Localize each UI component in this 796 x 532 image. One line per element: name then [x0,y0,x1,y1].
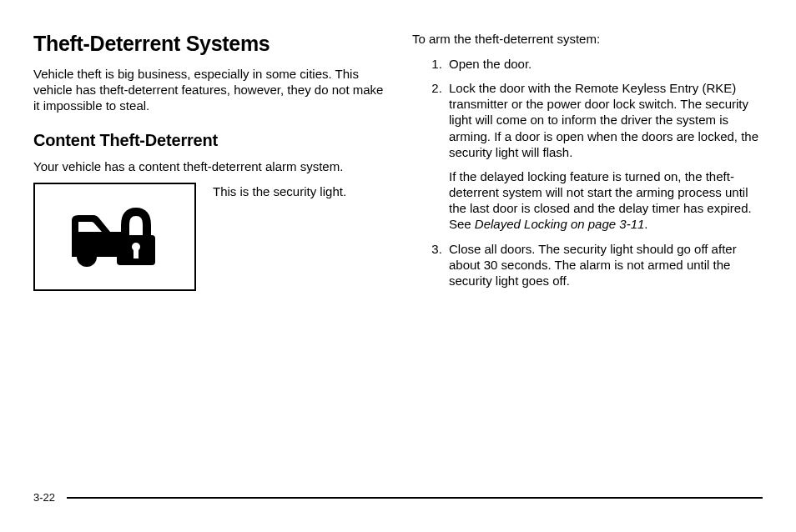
step-3-text: Close all doors. The security light shou… [449,242,737,288]
delayed-locking-reference: Delayed Locking on page 3-11 [475,217,644,231]
left-column: Theft-Deterrent Systems Vehicle theft is… [33,32,384,297]
svg-rect-3 [134,248,139,258]
footer-rule [67,497,763,499]
page-number: 3-22 [33,491,55,504]
content-theft-paragraph: Your vehicle has a content theft-deterre… [33,158,384,174]
figure-caption: This is the security light. [213,183,346,200]
page-footer: 3-22 [33,491,763,504]
step-2-text-a: Lock the door with the Remote Keyless En… [449,81,758,159]
car-lock-icon [65,200,165,274]
step-3: Close all doors. The security light shou… [446,241,763,289]
step-1-text: Open the door. [449,57,532,71]
arming-steps-list: Open the door. Lock the door with the Re… [412,56,763,289]
arm-lead-text: To arm the theft-deterrent system: [412,32,763,48]
security-light-figure [33,183,196,291]
heading-content-theft-deterrent: Content Theft-Deterrent [33,131,384,150]
svg-point-0 [77,247,97,267]
step-2-extra: If the delayed locking feature is turned… [449,168,763,233]
right-column: To arm the theft-deterrent system: Open … [412,32,763,297]
step-1: Open the door. [446,56,763,72]
step-2-text-b-post: . [644,217,647,231]
intro-paragraph: Vehicle theft is big business, especiall… [33,66,384,114]
two-column-layout: Theft-Deterrent Systems Vehicle theft is… [33,32,763,297]
figure-row: This is the security light. [33,183,384,291]
step-2: Lock the door with the Remote Keyless En… [446,80,763,233]
heading-theft-deterrent-systems: Theft-Deterrent Systems [33,32,384,56]
